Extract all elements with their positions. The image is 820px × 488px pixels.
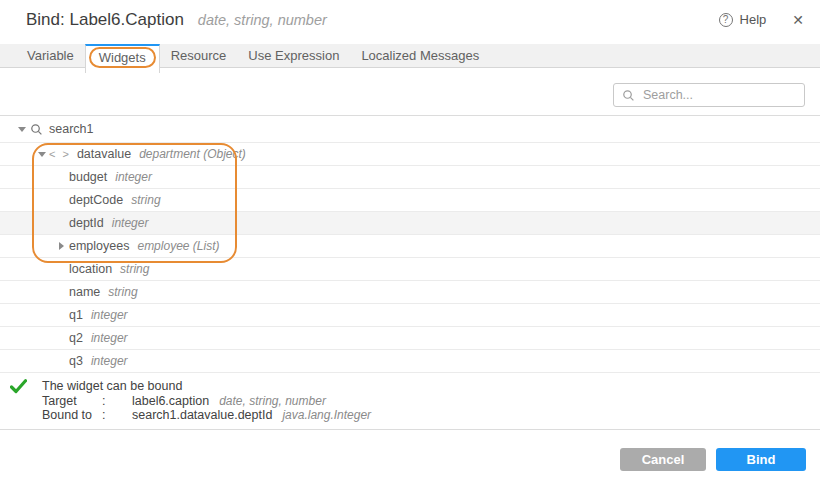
- search-icon: [622, 89, 635, 102]
- status-target-value: label6.caption: [132, 394, 209, 408]
- tree-node-q1[interactable]: q1integer: [0, 304, 820, 327]
- status-boundto-row: Bound to:search1.datavalue.deptIdjava.la…: [42, 408, 371, 423]
- tree-node-datavalue[interactable]: < >datavaluedepartment (Object): [0, 143, 820, 166]
- cancel-button[interactable]: Cancel: [620, 448, 706, 471]
- status-target-row: Target:label6.captiondate, string, numbe…: [42, 394, 371, 409]
- tab-resource[interactable]: Resource: [160, 44, 238, 67]
- tree-node-type: department (Object): [139, 147, 246, 161]
- tab-label: Widgets: [99, 50, 146, 65]
- tab-use-expression[interactable]: Use Expression: [237, 44, 350, 67]
- search-box[interactable]: [613, 83, 805, 107]
- status-boundto-value: search1.datavalue.deptId: [132, 408, 272, 422]
- dialog-header: Bind: Label6.Caption date, string, numbe…: [0, 0, 820, 44]
- tree-node-type: employee (List): [137, 239, 219, 253]
- tree-node-label: search1: [49, 122, 93, 136]
- tree-node-type: string: [108, 285, 137, 299]
- tree-node-budget[interactable]: budgetinteger: [0, 166, 820, 189]
- tree-node-type: integer: [115, 170, 152, 184]
- widget-tree: search1< >datavaluedepartment (Object)bu…: [0, 115, 820, 373]
- tab-label: Use Expression: [248, 48, 339, 63]
- tree-node-label: q1: [69, 308, 83, 322]
- status-target-sep: :: [102, 394, 132, 409]
- status-target-label: Target: [42, 394, 102, 409]
- status-boundto-label: Bound to: [42, 408, 102, 423]
- tree-node-type: integer: [91, 354, 128, 368]
- help-button[interactable]: Help: [740, 12, 767, 27]
- caret-right-icon[interactable]: [54, 242, 69, 250]
- tree-node-employees[interactable]: employeesemployee (List): [0, 235, 820, 258]
- dialog-title: Bind: Label6.Caption: [26, 10, 184, 30]
- tab-bar: VariableWidgetsResourceUse ExpressionLoc…: [0, 44, 820, 68]
- action-bar: Cancel Bind: [0, 430, 820, 488]
- help-icon[interactable]: ?: [719, 13, 733, 27]
- search-icon: [30, 123, 43, 136]
- tab-label: Variable: [27, 48, 74, 63]
- tree-node-label: name: [69, 285, 100, 299]
- status-boundto-type: java.lang.Integer: [282, 408, 371, 422]
- status-message: The widget can be bound: [42, 379, 371, 394]
- caret-down-icon[interactable]: [34, 152, 49, 157]
- tab-label: Localized Messages: [361, 48, 479, 63]
- tree-node-deptId[interactable]: deptIdinteger: [0, 212, 820, 235]
- tree-node-deptCode[interactable]: deptCodestring: [0, 189, 820, 212]
- tree-node-label: deptCode: [69, 193, 123, 207]
- tree-node-type: string: [131, 193, 160, 207]
- tab-localized-messages[interactable]: Localized Messages: [350, 44, 490, 67]
- tree-node-type: integer: [112, 216, 149, 230]
- tree-node-q2[interactable]: q2integer: [0, 327, 820, 350]
- dialog-subtitle: date, string, number: [198, 12, 327, 28]
- bind-button[interactable]: Bind: [716, 448, 806, 471]
- tree-node-search1[interactable]: search1: [0, 116, 820, 143]
- tree-node-label: location: [69, 262, 112, 276]
- success-check-icon: [10, 379, 27, 398]
- tree-node-label: budget: [69, 170, 107, 184]
- tree-node-q3[interactable]: q3integer: [0, 350, 820, 373]
- tree-node-label: q3: [69, 354, 83, 368]
- tab-widgets[interactable]: Widgets: [85, 44, 160, 73]
- tree-node-label: q2: [69, 331, 83, 345]
- caret-down-icon[interactable]: [14, 127, 29, 132]
- search-input[interactable]: [641, 87, 796, 103]
- header-actions: ? Help ✕: [719, 12, 804, 27]
- status-boundto-sep: :: [102, 408, 132, 423]
- tree-node-label: datavalue: [77, 147, 131, 161]
- tree-node-type: integer: [91, 331, 128, 345]
- status-panel: The widget can be bound Target:label6.ca…: [0, 373, 820, 430]
- code-icon: < >: [49, 148, 71, 160]
- close-icon[interactable]: ✕: [792, 13, 804, 27]
- tree-node-type: string: [120, 262, 149, 276]
- tab-variable[interactable]: Variable: [16, 44, 85, 67]
- dialog-title-row: Bind: Label6.Caption date, string, numbe…: [26, 10, 327, 30]
- tree-node-type: integer: [91, 308, 128, 322]
- tree-node-label: deptId: [69, 216, 104, 230]
- tree-node-name[interactable]: namestring: [0, 281, 820, 304]
- status-lines: The widget can be bound Target:label6.ca…: [42, 379, 371, 423]
- tree-node-location[interactable]: locationstring: [0, 258, 820, 281]
- tab-annotation-oval-icon: Widgets: [89, 47, 156, 68]
- status-target-type: date, string, number: [219, 394, 326, 408]
- tab-label: Resource: [171, 48, 227, 63]
- tree-node-label: employees: [69, 239, 129, 253]
